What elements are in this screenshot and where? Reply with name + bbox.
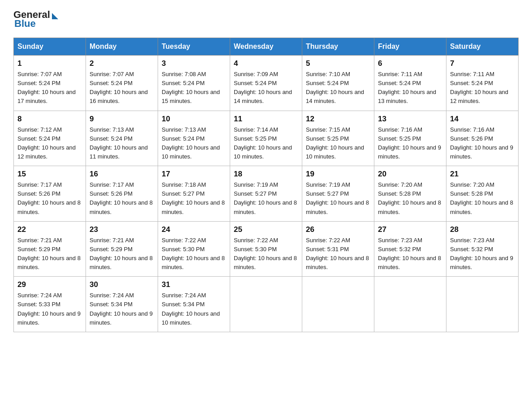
calendar-header-saturday: Saturday [446,38,519,56]
day-number: 22 [17,225,82,234]
day-number: 19 [306,170,370,179]
day-info: Sunrise: 7:10 AMSunset: 5:24 PMDaylight:… [306,70,370,106]
logo-blue-text: Blue [14,18,36,30]
day-number: 10 [162,115,226,124]
day-number: 28 [450,225,515,234]
day-number: 12 [306,115,370,124]
day-info: Sunrise: 7:16 AMSunset: 5:26 PMDaylight:… [450,125,515,162]
day-info: Sunrise: 7:11 AMSunset: 5:24 PMDaylight:… [450,70,515,106]
calendar-header-friday: Friday [374,38,446,56]
calendar-header-monday: Monday [86,38,158,56]
calendar-cell: 29Sunrise: 7:24 AMSunset: 5:33 PMDayligh… [14,277,86,332]
calendar-header-thursday: Thursday [302,38,374,56]
day-number: 15 [17,170,82,179]
logo-arrow-icon [52,13,58,19]
day-number: 3 [162,59,226,68]
day-number: 6 [378,59,442,68]
day-number: 4 [234,59,298,68]
calendar-header-row: SundayMondayTuesdayWednesdayThursdayFrid… [14,38,519,56]
calendar-header-wednesday: Wednesday [230,38,302,56]
calendar-cell [446,277,519,332]
day-number: 29 [17,280,82,289]
day-number: 26 [306,225,370,234]
calendar-cell: 17Sunrise: 7:18 AMSunset: 5:27 PMDayligh… [158,166,230,222]
calendar-cell: 19Sunrise: 7:19 AMSunset: 5:27 PMDayligh… [302,166,374,222]
calendar-header-tuesday: Tuesday [158,38,230,56]
day-number: 31 [162,280,226,289]
day-number: 5 [306,59,370,68]
day-number: 9 [90,115,154,124]
calendar-cell: 1Sunrise: 7:07 AMSunset: 5:24 PMDaylight… [14,56,86,111]
day-info: Sunrise: 7:17 AMSunset: 5:26 PMDaylight:… [90,180,154,217]
day-info: Sunrise: 7:24 AMSunset: 5:34 PMDaylight:… [90,291,154,327]
calendar-cell: 12Sunrise: 7:15 AMSunset: 5:25 PMDayligh… [302,111,374,166]
calendar-header-sunday: Sunday [14,38,86,56]
calendar-cell: 26Sunrise: 7:22 AMSunset: 5:31 PMDayligh… [302,221,374,277]
calendar-cell: 30Sunrise: 7:24 AMSunset: 5:34 PMDayligh… [86,277,158,332]
calendar-cell: 20Sunrise: 7:20 AMSunset: 5:28 PMDayligh… [374,166,446,222]
calendar-cell: 8Sunrise: 7:12 AMSunset: 5:24 PMDaylight… [14,111,86,166]
day-info: Sunrise: 7:21 AMSunset: 5:29 PMDaylight:… [90,236,154,272]
logo: General Blue [13,9,58,30]
day-number: 27 [378,225,442,234]
calendar-cell: 16Sunrise: 7:17 AMSunset: 5:26 PMDayligh… [86,166,158,222]
day-number: 13 [378,115,442,124]
calendar-cell: 5Sunrise: 7:10 AMSunset: 5:24 PMDaylight… [302,56,374,111]
day-info: Sunrise: 7:19 AMSunset: 5:27 PMDaylight:… [306,180,370,217]
day-info: Sunrise: 7:11 AMSunset: 5:24 PMDaylight:… [378,70,442,106]
day-number: 20 [378,170,442,179]
day-info: Sunrise: 7:18 AMSunset: 5:27 PMDaylight:… [162,180,226,217]
calendar-cell: 11Sunrise: 7:14 AMSunset: 5:25 PMDayligh… [230,111,302,166]
calendar-cell: 18Sunrise: 7:19 AMSunset: 5:27 PMDayligh… [230,166,302,222]
page-header: General Blue [13,9,519,30]
day-number: 17 [162,170,226,179]
day-number: 1 [17,59,82,68]
calendar-cell: 15Sunrise: 7:17 AMSunset: 5:26 PMDayligh… [14,166,86,222]
day-number: 25 [234,225,298,234]
day-info: Sunrise: 7:16 AMSunset: 5:25 PMDaylight:… [378,125,442,162]
day-info: Sunrise: 7:19 AMSunset: 5:27 PMDaylight:… [234,180,298,217]
day-info: Sunrise: 7:07 AMSunset: 5:24 PMDaylight:… [90,70,154,106]
calendar-cell: 28Sunrise: 7:23 AMSunset: 5:32 PMDayligh… [446,221,519,277]
calendar-week-row: 15Sunrise: 7:17 AMSunset: 5:26 PMDayligh… [14,166,519,222]
day-number: 2 [90,59,154,68]
day-info: Sunrise: 7:15 AMSunset: 5:25 PMDaylight:… [306,125,370,162]
calendar-week-row: 29Sunrise: 7:24 AMSunset: 5:33 PMDayligh… [14,277,519,332]
calendar-cell: 14Sunrise: 7:16 AMSunset: 5:26 PMDayligh… [446,111,519,166]
calendar-cell: 21Sunrise: 7:20 AMSunset: 5:28 PMDayligh… [446,166,519,222]
calendar-cell: 25Sunrise: 7:22 AMSunset: 5:30 PMDayligh… [230,221,302,277]
day-number: 16 [90,170,154,179]
day-info: Sunrise: 7:07 AMSunset: 5:24 PMDaylight:… [17,70,82,106]
calendar-cell [374,277,446,332]
calendar-week-row: 1Sunrise: 7:07 AMSunset: 5:24 PMDaylight… [14,56,519,111]
calendar-cell: 7Sunrise: 7:11 AMSunset: 5:24 PMDaylight… [446,56,519,111]
day-number: 14 [450,115,515,124]
day-info: Sunrise: 7:09 AMSunset: 5:24 PMDaylight:… [234,70,298,106]
day-info: Sunrise: 7:23 AMSunset: 5:32 PMDaylight:… [378,236,442,272]
calendar-cell: 4Sunrise: 7:09 AMSunset: 5:24 PMDaylight… [230,56,302,111]
calendar-cell: 27Sunrise: 7:23 AMSunset: 5:32 PMDayligh… [374,221,446,277]
day-info: Sunrise: 7:23 AMSunset: 5:32 PMDaylight:… [450,236,515,272]
day-info: Sunrise: 7:14 AMSunset: 5:25 PMDaylight:… [234,125,298,162]
calendar-cell: 3Sunrise: 7:08 AMSunset: 5:24 PMDaylight… [158,56,230,111]
calendar-cell: 6Sunrise: 7:11 AMSunset: 5:24 PMDaylight… [374,56,446,111]
day-info: Sunrise: 7:13 AMSunset: 5:24 PMDaylight:… [162,125,226,162]
day-number: 24 [162,225,226,234]
calendar-table: SundayMondayTuesdayWednesdayThursdayFrid… [13,38,519,332]
calendar-cell: 22Sunrise: 7:21 AMSunset: 5:29 PMDayligh… [14,221,86,277]
day-info: Sunrise: 7:13 AMSunset: 5:24 PMDaylight:… [90,125,154,162]
day-info: Sunrise: 7:20 AMSunset: 5:28 PMDaylight:… [450,180,515,217]
day-number: 30 [90,280,154,289]
calendar-cell: 9Sunrise: 7:13 AMSunset: 5:24 PMDaylight… [86,111,158,166]
day-number: 7 [450,59,515,68]
calendar-week-row: 8Sunrise: 7:12 AMSunset: 5:24 PMDaylight… [14,111,519,166]
day-info: Sunrise: 7:22 AMSunset: 5:30 PMDaylight:… [234,236,298,272]
calendar-cell [230,277,302,332]
day-number: 21 [450,170,515,179]
day-info: Sunrise: 7:12 AMSunset: 5:24 PMDaylight:… [17,125,82,162]
day-info: Sunrise: 7:20 AMSunset: 5:28 PMDaylight:… [378,180,442,217]
day-info: Sunrise: 7:21 AMSunset: 5:29 PMDaylight:… [17,236,82,272]
calendar-cell: 10Sunrise: 7:13 AMSunset: 5:24 PMDayligh… [158,111,230,166]
day-info: Sunrise: 7:22 AMSunset: 5:31 PMDaylight:… [306,236,370,272]
calendar-cell: 13Sunrise: 7:16 AMSunset: 5:25 PMDayligh… [374,111,446,166]
